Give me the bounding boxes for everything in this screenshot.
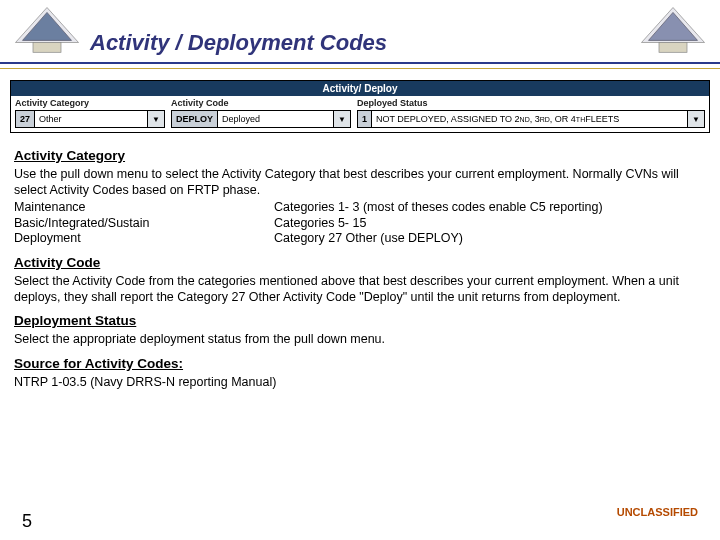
- category-row: Deployment Category 27 Other (use DEPLOY…: [14, 231, 706, 247]
- heading-activity-code: Activity Code: [14, 255, 706, 272]
- activity-code-code: DEPLOY: [172, 111, 218, 127]
- paragraph: Select the appropriate deployment status…: [14, 332, 706, 348]
- activity-category-select[interactable]: 27 Other ▼: [15, 110, 165, 128]
- chevron-down-icon[interactable]: ▼: [687, 111, 704, 127]
- heading-deployment-status: Deployment Status: [14, 313, 706, 330]
- deployed-status-label: Deployed Status: [357, 98, 705, 108]
- panel-header: Activity/ Deploy: [11, 81, 709, 96]
- emblem-right-icon: [638, 2, 708, 62]
- chevron-down-icon[interactable]: ▼: [147, 111, 164, 127]
- activity-code-label: Activity Code: [171, 98, 351, 108]
- body-text: Activity Category Use the pull down menu…: [14, 140, 706, 392]
- classification-label: UNCLASSIFIED: [617, 506, 698, 518]
- activity-category-code: 27: [16, 111, 35, 127]
- heading-activity-category: Activity Category: [14, 148, 706, 165]
- deployed-status-field: Deployed Status 1 NOT DEPLOYED, ASSIGNED…: [357, 98, 705, 128]
- activity-code-field: Activity Code DEPLOY Deployed ▼: [171, 98, 351, 128]
- category-row: Basic/Integrated/Sustain Categories 5- 1…: [14, 216, 706, 232]
- emblem-left-icon: [12, 2, 82, 62]
- svg-rect-5: [659, 43, 687, 53]
- paragraph: Select the Activity Code from the catego…: [14, 274, 706, 305]
- page-title: Activity / Deployment Codes: [90, 30, 387, 56]
- activity-code-value: Deployed: [218, 111, 333, 127]
- paragraph: Use the pull down menu to select the Act…: [14, 167, 706, 198]
- paragraph: NTRP 1-03.5 (Navy DRRS-N reporting Manua…: [14, 375, 706, 391]
- category-row: Maintenance Categories 1- 3 (most of the…: [14, 200, 706, 216]
- activity-deploy-panel: Activity/ Deploy Activity Category 27 Ot…: [10, 80, 710, 133]
- deployed-status-value: NOT DEPLOYED, ASSIGNED TO 2ND, 3RD, OR 4…: [372, 111, 687, 127]
- activity-category-field: Activity Category 27 Other ▼: [15, 98, 165, 128]
- svg-rect-2: [33, 43, 61, 53]
- title-rule: [0, 62, 720, 69]
- chevron-down-icon[interactable]: ▼: [333, 111, 350, 127]
- activity-code-select[interactable]: DEPLOY Deployed ▼: [171, 110, 351, 128]
- page-number: 5: [22, 511, 32, 532]
- deployed-status-code: 1: [358, 111, 372, 127]
- deployed-status-select[interactable]: 1 NOT DEPLOYED, ASSIGNED TO 2ND, 3RD, OR…: [357, 110, 705, 128]
- activity-category-label: Activity Category: [15, 98, 165, 108]
- heading-source: Source for Activity Codes:: [14, 356, 706, 373]
- activity-category-value: Other: [35, 111, 147, 127]
